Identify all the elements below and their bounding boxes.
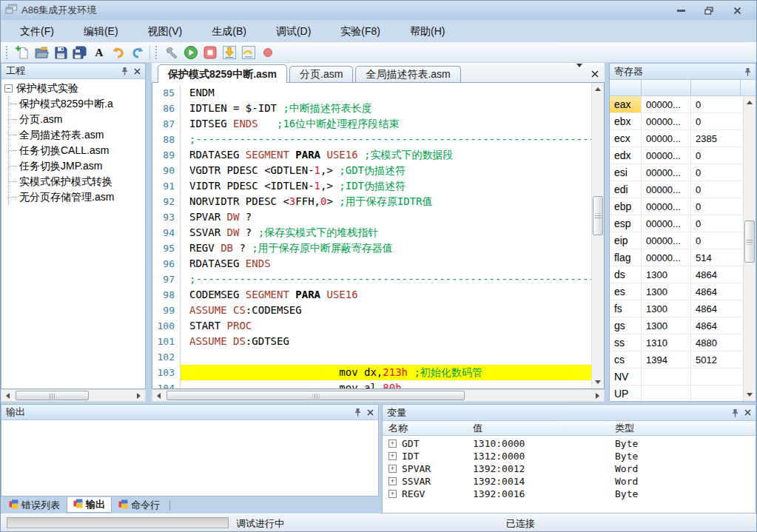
register-name[interactable]: NV	[610, 368, 642, 385]
register-hex-value[interactable]: 00000...	[642, 147, 691, 164]
editor-hscrollbar[interactable]	[152, 389, 605, 402]
menu-item-edit[interactable]: 编辑(E)	[69, 20, 133, 42]
code-text[interactable]: SPVAR DW ?	[181, 209, 591, 225]
register-name[interactable]: esp	[610, 215, 642, 232]
register-name[interactable]: fs	[610, 300, 642, 317]
register-row-cs[interactable]: cs13945012	[610, 351, 743, 368]
register-dec-value[interactable]: 2385	[691, 130, 743, 147]
register-name[interactable]: ds	[610, 266, 642, 283]
pin-icon[interactable]	[744, 67, 751, 76]
expand-icon[interactable]: +	[388, 452, 397, 460]
code-text[interactable]: RDATASEG ENDS	[181, 256, 591, 272]
register-hex-value[interactable]: 1300	[642, 266, 691, 283]
register-hex-value[interactable]	[642, 385, 691, 401]
column-name-header[interactable]: 名称	[383, 422, 473, 435]
font-button[interactable]: A	[90, 43, 109, 62]
register-dec-value[interactable]: 0	[691, 96, 743, 112]
column-value-header[interactable]: 值	[473, 422, 615, 435]
step-over-button[interactable]	[239, 43, 258, 62]
code-text[interactable]: IDTLEN = $-IDT ;中断描述符表长度	[181, 101, 591, 116]
expand-icon[interactable]: +	[388, 477, 397, 485]
register-hex-value[interactable]: 1394	[642, 351, 691, 368]
scroll-right-arrow[interactable]	[132, 390, 145, 401]
register-dec-value[interactable]: 4864	[691, 300, 743, 317]
register-dec-value[interactable]: 0	[691, 232, 743, 249]
menu-item-view[interactable]: 视图(V)	[133, 20, 198, 42]
register-name[interactable]: edx	[610, 147, 642, 164]
register-dec-value[interactable]: 0	[691, 215, 743, 232]
step-into-button[interactable]	[220, 43, 239, 62]
scroll-left-arrow[interactable]	[1, 390, 14, 401]
document-list-dropdown-icon[interactable]	[576, 67, 582, 81]
new-file-button[interactable]	[13, 43, 32, 62]
register-name[interactable]: gs	[610, 317, 642, 334]
register-row-eip[interactable]: eip00000...0	[610, 232, 743, 249]
code-text[interactable]: ;---------------------------------------…	[181, 132, 591, 147]
bottom-tab-command-line[interactable]: 命令行	[112, 497, 166, 513]
register-column-name[interactable]	[610, 80, 642, 95]
code-text[interactable]: START PROC	[181, 318, 591, 334]
register-name[interactable]: es	[610, 283, 642, 300]
register-dec-value[interactable]: 4880	[691, 334, 743, 351]
register-name[interactable]: eax	[610, 96, 642, 112]
minimize-button[interactable]	[675, 5, 687, 16]
register-hex-value[interactable]: 00000...	[642, 249, 691, 266]
register-hex-value[interactable]: 00000...	[642, 130, 691, 147]
output-content[interactable]	[1, 420, 379, 496]
code-text[interactable]: VIDTR PDESC <IDTLEN-1,> ;IDT伪描述符	[181, 178, 591, 194]
column-type-header[interactable]: 类型	[615, 422, 756, 435]
code-text[interactable]: mov al,80h	[181, 380, 591, 388]
scroll-track[interactable]	[592, 95, 604, 376]
code-text[interactable]: REGV DB ? ;用于保存原中断屏蔽寄存器值	[181, 240, 591, 256]
code-text[interactable]: ENDM	[181, 85, 591, 101]
bottom-tab-output[interactable]: 输出	[67, 497, 112, 513]
register-row-ebp[interactable]: ebp00000...0	[610, 198, 743, 215]
pin-icon[interactable]	[732, 408, 739, 417]
variables-column-header[interactable]: 名称 值 类型	[383, 421, 756, 436]
register-hex-value[interactable]: 00000...	[642, 96, 691, 112]
scroll-up-arrow[interactable]	[592, 83, 604, 95]
register-hex-value[interactable]: 00000...	[642, 232, 691, 249]
undo-button[interactable]	[109, 43, 128, 62]
code-text[interactable]	[181, 349, 591, 365]
restore-button[interactable]	[703, 5, 715, 16]
scroll-left-arrow[interactable]	[152, 390, 165, 401]
register-dec-value[interactable]: 4864	[691, 317, 743, 334]
tree-item-5[interactable]: 任务切换JMP.asm	[9, 158, 145, 174]
tree-item-2[interactable]: 分页.asm	[9, 112, 145, 127]
tree-item-4[interactable]: 任务切换CALL.asm	[9, 143, 145, 158]
open-file-button[interactable]	[32, 43, 51, 62]
variable-row-REGV[interactable]: +REGV1392:0016Byte	[383, 488, 756, 500]
register-hex-value[interactable]: 00000...	[642, 198, 691, 215]
project-hscrollbar[interactable]	[1, 389, 146, 402]
register-hex-value[interactable]: 00000...	[642, 215, 691, 232]
register-dec-value[interactable]: 4864	[691, 283, 743, 300]
toolbar-grip-2[interactable]	[155, 46, 159, 59]
variable-row-GDT[interactable]: +GDT1310:0000Byte	[383, 437, 756, 450]
register-name[interactable]: ss	[610, 334, 642, 351]
register-name[interactable]: ebx	[610, 113, 642, 129]
register-column-hex[interactable]	[642, 80, 691, 95]
register-row-ds[interactable]: ds13004864	[610, 266, 743, 283]
register-row-eax[interactable]: eax00000...0	[610, 96, 743, 113]
close-document-icon[interactable]	[591, 67, 599, 81]
register-dec-value[interactable]: 0	[691, 147, 743, 164]
close-icon[interactable]	[367, 409, 374, 416]
scroll-down-arrow[interactable]	[592, 376, 604, 388]
register-name[interactable]: cs	[610, 351, 642, 368]
register-hex-value[interactable]: 1300	[642, 283, 691, 300]
register-name[interactable]: edi	[610, 181, 642, 198]
register-name[interactable]: ebp	[610, 198, 642, 215]
redo-button[interactable]	[128, 43, 147, 62]
expand-icon[interactable]: +	[388, 440, 397, 448]
register-hex-value[interactable]: 1310	[642, 334, 691, 351]
build-button[interactable]	[162, 43, 181, 62]
menu-item-experiment[interactable]: 实验(F8)	[326, 20, 395, 42]
variable-row-SPVAR[interactable]: +SPVAR1392:0012Word	[383, 462, 756, 475]
editor-tab-3[interactable]: 全局描述符表.asm	[355, 66, 460, 82]
scroll-track[interactable]	[744, 109, 756, 388]
menu-item-debug[interactable]: 调试(D)	[261, 20, 326, 42]
save-button[interactable]	[51, 43, 70, 62]
scroll-track[interactable]	[14, 390, 132, 401]
register-dec-value[interactable]: 5012	[691, 351, 743, 368]
